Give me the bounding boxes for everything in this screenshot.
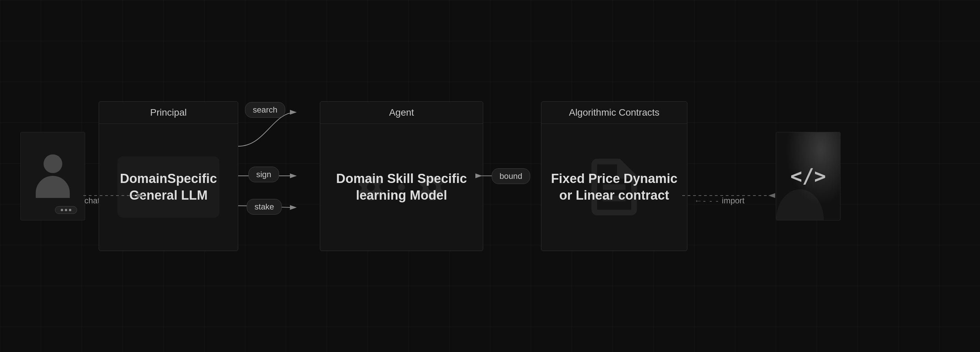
sign-label: sign	[256, 170, 271, 179]
diagram-container: chat - - -→ Principal DomainSpecific Gen…	[0, 0, 980, 352]
principal-header: Principal	[99, 102, 238, 124]
contracts-header: Algorithmic Contracts	[541, 102, 687, 124]
agent-panel: Agent Domain Skill Specific learning Mod…	[320, 101, 483, 251]
contracts-header-text: Algorithmic Contracts	[569, 107, 659, 118]
left-user-figure	[21, 132, 85, 220]
import-label: ←- - - import	[694, 196, 745, 205]
agent-body-text: Domain Skill Specific learning Model	[320, 167, 483, 208]
import-dashes: ←- - -	[694, 196, 719, 205]
principal-panel: Principal DomainSpecific General LLM	[99, 101, 238, 251]
agent-header-text: Agent	[389, 107, 414, 118]
principal-body-text: DomainSpecific General LLM	[99, 167, 238, 208]
search-label: search	[253, 105, 277, 114]
code-bracket-text: </>	[791, 165, 826, 188]
principal-body: DomainSpecific General LLM	[99, 124, 238, 251]
bound-label: bound	[500, 171, 522, 181]
sign-pill: sign	[248, 166, 279, 182]
stake-pill: stake	[247, 199, 282, 215]
search-pill: search	[245, 102, 285, 118]
user-avatar-left	[36, 154, 70, 198]
contracts-panel: Algorithmic Contracts Fixed Price Dynami…	[541, 101, 687, 251]
import-label-text: import	[722, 196, 745, 205]
right-user-figure: </>	[776, 132, 840, 220]
chat-bubble	[55, 206, 77, 214]
chat-label-text: chat	[84, 196, 100, 205]
stake-label: stake	[255, 202, 274, 211]
contracts-body: Fixed Price Dynamic or Linear contract	[541, 124, 687, 251]
agent-header: Agent	[320, 102, 483, 124]
contracts-body-text: Fixed Price Dynamic or Linear contract	[541, 167, 687, 208]
agent-body: Domain Skill Specific learning Model	[320, 124, 483, 251]
principal-header-text: Principal	[150, 107, 186, 118]
bound-pill: bound	[492, 168, 530, 184]
